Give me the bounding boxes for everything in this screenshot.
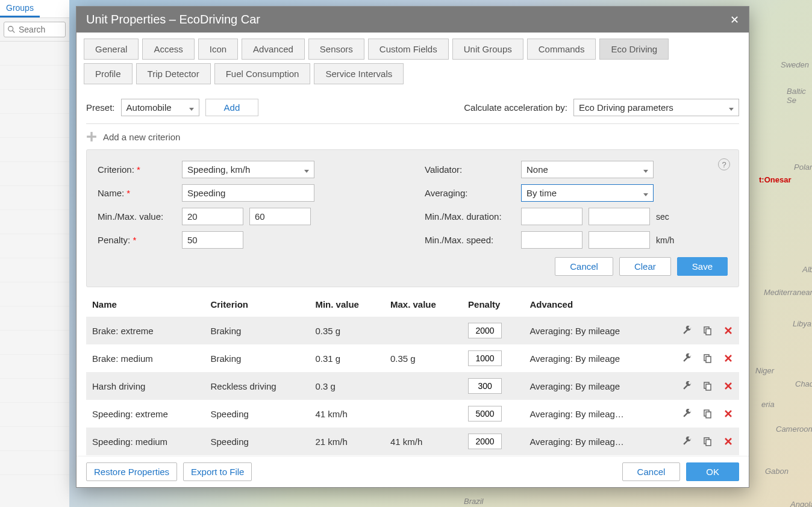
- wrench-icon[interactable]: [682, 409, 692, 418]
- list-item[interactable]: [0, 210, 69, 234]
- row-penalty-input[interactable]: [468, 323, 502, 338]
- tab-service-intervals[interactable]: Service Intervals: [314, 63, 404, 84]
- list-item[interactable]: [0, 451, 69, 475]
- name-input[interactable]: [182, 184, 314, 202]
- list-item[interactable]: [0, 355, 69, 379]
- wrench-icon[interactable]: [682, 353, 692, 363]
- add-preset-button[interactable]: Add: [205, 99, 259, 116]
- delete-icon[interactable]: [723, 437, 733, 446]
- svg-rect-21: [706, 440, 711, 446]
- svg-rect-17: [706, 412, 711, 418]
- map-label: Baltic Se: [787, 87, 812, 105]
- cell-name: Speeding: medium: [86, 428, 204, 455]
- delete-icon[interactable]: [723, 326, 733, 335]
- chevron-down-icon: [729, 102, 734, 113]
- form-cancel-button[interactable]: Cancel: [555, 257, 613, 276]
- list-item[interactable]: [0, 114, 69, 138]
- tab-access[interactable]: Access: [142, 39, 194, 60]
- list-item[interactable]: [0, 138, 69, 162]
- cell-criterion: Reckless driving: [204, 372, 309, 400]
- list-item[interactable]: [0, 427, 69, 451]
- copy-icon[interactable]: [703, 437, 713, 446]
- row-penalty-input[interactable]: [468, 350, 502, 366]
- close-icon[interactable]: ✕: [730, 13, 739, 26]
- row-penalty-input[interactable]: [468, 378, 502, 394]
- penalty-input[interactable]: [182, 231, 243, 249]
- help-icon[interactable]: ?: [718, 158, 730, 170]
- map-label: t:Onesar: [759, 175, 791, 184]
- table-row: Harsh drivingReckless driving0.3 gAverag…: [86, 372, 739, 400]
- list-item[interactable]: [0, 379, 69, 403]
- sidebar-tab-groups[interactable]: Groups: [0, 0, 40, 17]
- criterion-select[interactable]: Speeding, km/h: [182, 161, 314, 178]
- list-item[interactable]: [0, 162, 69, 186]
- tab-unit-groups[interactable]: Unit Groups: [452, 39, 523, 60]
- minmax-value-label: Min./Max. value:: [98, 211, 176, 222]
- tab-profile[interactable]: Profile: [84, 63, 133, 84]
- svg-rect-9: [706, 356, 711, 362]
- table-row: Speeding: extremeSpeeding41 km/hAveragin…: [86, 400, 739, 428]
- list-item[interactable]: [0, 66, 69, 90]
- max-value-input[interactable]: [249, 208, 311, 225]
- dialog-cancel-button[interactable]: Cancel: [622, 462, 681, 481]
- list-item[interactable]: [0, 42, 69, 66]
- validator-select[interactable]: None: [521, 161, 654, 178]
- calc-accel-select[interactable]: Eco Driving parameters: [573, 99, 739, 116]
- svg-rect-13: [706, 384, 711, 390]
- wrench-icon[interactable]: [682, 381, 692, 391]
- map-label: Niger: [755, 366, 774, 375]
- tab-eco-driving[interactable]: Eco Driving: [599, 39, 669, 60]
- delete-icon[interactable]: [723, 409, 733, 418]
- row-penalty-input[interactable]: [468, 434, 502, 449]
- penalty-label: Penalty: *: [98, 235, 176, 245]
- list-item[interactable]: [0, 90, 69, 114]
- criterion-form: ? Criterion: * Speeding, km/h Name: * Mi: [86, 149, 739, 287]
- copy-icon[interactable]: [703, 381, 713, 391]
- list-item[interactable]: [0, 403, 69, 427]
- preset-label: Preset:: [86, 102, 115, 113]
- tab-general[interactable]: General: [84, 39, 139, 60]
- list-item[interactable]: [0, 186, 69, 210]
- dialog-ok-button[interactable]: OK: [686, 462, 739, 481]
- form-clear-button[interactable]: Clear: [619, 257, 671, 276]
- preset-select[interactable]: Automobile: [121, 99, 199, 116]
- min-value-input[interactable]: [182, 208, 243, 225]
- restore-properties-button[interactable]: Restore Properties: [86, 462, 177, 481]
- list-item[interactable]: [0, 306, 69, 331]
- cell-max: 21 km/h: [384, 455, 462, 456]
- export-to-file-button[interactable]: Export to File: [183, 462, 252, 481]
- min-duration-input[interactable]: [521, 208, 582, 225]
- wrench-icon[interactable]: [682, 437, 692, 446]
- copy-icon[interactable]: [703, 409, 713, 418]
- cell-advanced: Averaging: By mileage: [523, 344, 667, 372]
- delete-icon[interactable]: [723, 381, 733, 391]
- tab-fuel-consumption[interactable]: Fuel Consumption: [214, 63, 311, 84]
- copy-icon[interactable]: [703, 326, 713, 335]
- max-speed-input[interactable]: [589, 231, 650, 249]
- tab-commands[interactable]: Commands: [527, 39, 596, 60]
- cell-min: 10 km/h: [309, 455, 384, 456]
- min-speed-input[interactable]: [521, 231, 582, 249]
- list-item[interactable]: [0, 282, 69, 306]
- tab-trip-detector[interactable]: Trip Detector: [136, 63, 211, 84]
- cell-criterion: Speeding: [204, 400, 309, 428]
- tab-sensors[interactable]: Sensors: [308, 39, 364, 60]
- list-item[interactable]: [0, 331, 69, 355]
- delete-icon[interactable]: [723, 353, 733, 363]
- row-penalty-input[interactable]: [468, 406, 502, 421]
- column-header: Name: [86, 292, 204, 317]
- criterion-label: Criterion: *: [98, 164, 176, 175]
- form-save-button[interactable]: Save: [677, 257, 728, 276]
- tab-advanced[interactable]: Advanced: [242, 39, 305, 60]
- averaging-select[interactable]: By time: [521, 184, 654, 202]
- copy-icon[interactable]: [703, 353, 713, 363]
- add-criterion-row[interactable]: Add a new criterion: [86, 124, 739, 149]
- tab-icon[interactable]: Icon: [198, 39, 238, 60]
- svg-rect-5: [706, 329, 711, 335]
- wrench-icon[interactable]: [682, 326, 692, 335]
- list-item[interactable]: [0, 258, 69, 282]
- list-item[interactable]: [0, 234, 69, 258]
- tab-custom-fields[interactable]: Custom Fields: [368, 39, 449, 60]
- max-duration-input[interactable]: [589, 208, 650, 225]
- chevron-down-icon: [643, 164, 648, 175]
